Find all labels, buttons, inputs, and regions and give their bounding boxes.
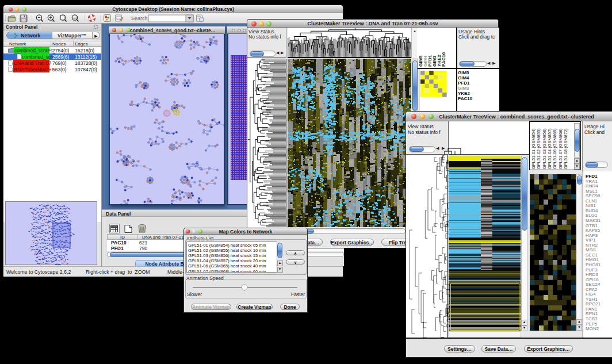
svg-text:Search:: Search: <box>131 16 149 21</box>
svg-text:1:1: 1:1 <box>73 17 77 20</box>
